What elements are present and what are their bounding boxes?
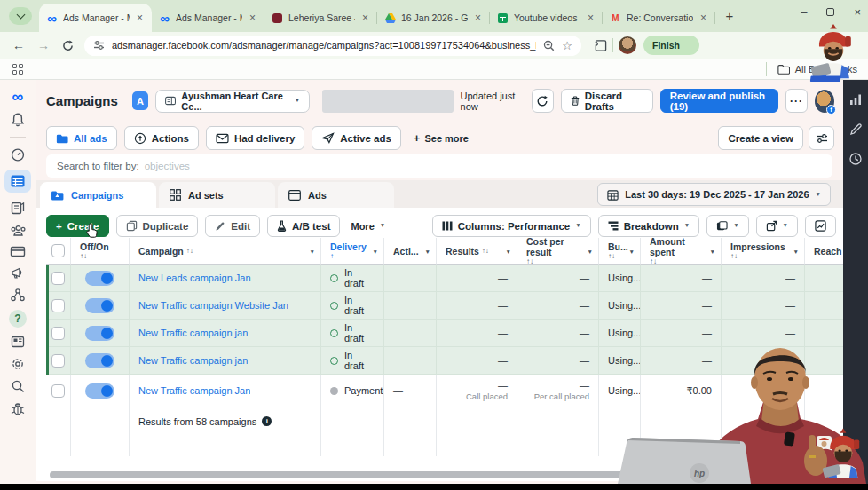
filter-all-ads[interactable]: All ads <box>46 126 117 150</box>
col-amount-spent[interactable]: Amount spent <box>650 238 712 257</box>
col-reach[interactable]: Reach <box>814 246 842 257</box>
browser-tab-ads-manager-1[interactable]: ∞ Ads Manager - Ma × <box>39 4 152 32</box>
edit-pencil-icon[interactable] <box>849 122 863 136</box>
row-checkbox[interactable] <box>51 327 65 340</box>
columns-button[interactable]: Columns: Performance ▼ <box>432 215 591 237</box>
caret-down-icon[interactable]: ▼ <box>373 249 378 255</box>
col-cost-per-result[interactable]: Cost per result <box>526 238 589 257</box>
caret-down-icon[interactable]: ▼ <box>310 249 315 255</box>
browser-tab-ads-manager-2[interactable]: ∞ Ads Manager - Ma × <box>152 4 264 32</box>
row-checkbox[interactable] <box>51 354 65 368</box>
browser-tab-gmail[interactable]: M Re: Conversation w × <box>603 4 715 32</box>
tab-close-icon[interactable]: × <box>248 12 257 23</box>
table-row[interactable]: New Traffic campaign Website Jan In draf… <box>46 292 843 320</box>
row-checkbox[interactable] <box>51 272 65 285</box>
billing-card-icon[interactable] <box>10 245 26 258</box>
ad-account-selector[interactable]: Ayushman Heart Care Ce... ▼ <box>155 90 310 113</box>
table-row[interactable]: New Leads campaign Jan In draft — — Usin… <box>46 265 843 292</box>
review-and-publish-button[interactable]: Review and publish (19) <box>660 89 778 113</box>
user-avatar[interactable]: f <box>815 90 834 113</box>
campaign-name-link[interactable]: New Traffic campaign Website Jan <box>138 300 288 311</box>
col-results[interactable]: Results <box>446 246 479 257</box>
caret-down-icon[interactable]: ▼ <box>425 249 430 255</box>
see-more-button[interactable]: + See more <box>414 131 469 145</box>
profile-finish-chip[interactable]: Finish <box>643 36 699 55</box>
window-close-button[interactable]: × <box>854 5 861 19</box>
address-bar[interactable]: adsmanager.facebook.com/adsmanager/manag… <box>84 36 581 56</box>
window-maximize-button[interactable] <box>826 8 834 16</box>
extensions-icon[interactable] <box>594 39 607 52</box>
filter-had-delivery[interactable]: Had delivery <box>206 126 304 150</box>
forward-icon[interactable]: → <box>37 38 50 52</box>
advertise-megaphone-icon[interactable] <box>10 265 26 281</box>
col-campaign[interactable]: Campaign <box>138 246 184 257</box>
row-checkbox[interactable] <box>51 299 65 312</box>
caret-down-icon[interactable]: ▼ <box>710 249 715 255</box>
campaign-toggle[interactable] <box>85 326 114 341</box>
campaign-toggle[interactable] <box>85 271 114 286</box>
audiences-icon[interactable] <box>10 223 27 238</box>
notifications-bell-icon[interactable] <box>10 112 26 128</box>
ads-reporting-icon[interactable] <box>10 200 26 216</box>
events-manager-icon[interactable] <box>10 288 26 303</box>
bookmark-star-icon[interactable]: ☆ <box>562 39 572 52</box>
tab-close-icon[interactable]: × <box>586 12 596 23</box>
ab-test-button[interactable]: A/B test <box>267 215 340 237</box>
account-overview-gauge-icon[interactable] <box>10 146 26 162</box>
col-impressions[interactable]: Impressions <box>730 241 785 252</box>
settings-gear-icon[interactable] <box>10 356 26 372</box>
tab-ad-sets[interactable]: Ad sets <box>159 182 275 208</box>
insights-chart-icon[interactable] <box>848 92 863 107</box>
tab-campaigns[interactable]: Campaigns <box>40 182 156 208</box>
refresh-button[interactable] <box>532 89 554 113</box>
col-off-on[interactable]: Off/On <box>80 241 109 252</box>
more-menu-button[interactable]: More ▼ <box>347 221 389 232</box>
col-budget[interactable]: Bu... <box>608 241 628 252</box>
export-button[interactable]: ▼ <box>756 215 798 237</box>
breakdown-button[interactable]: Breakdown ▼ <box>598 215 699 237</box>
tab-close-icon[interactable]: × <box>698 12 708 23</box>
campaign-name-link[interactable]: New Leads campaign Jan <box>138 273 251 283</box>
col-actions[interactable]: Acti... <box>393 246 419 257</box>
browser-profile-avatar[interactable] <box>619 36 636 54</box>
apps-grid-icon[interactable] <box>12 64 23 75</box>
campaign-toggle[interactable] <box>85 298 114 313</box>
col-delivery[interactable]: Delivery <box>330 241 367 252</box>
edit-button[interactable]: Edit <box>205 215 260 237</box>
filter-actions[interactable]: Actions <box>124 126 199 150</box>
more-options-button[interactable]: ··· <box>785 89 808 113</box>
browser-tab-drive[interactable]: 16 Jan 2026 - Goo × <box>377 4 490 32</box>
campaign-toggle[interactable] <box>85 383 114 399</box>
tab-close-icon[interactable]: × <box>135 12 145 23</box>
browser-tab-sheets[interactable]: Youtube videos co × <box>490 4 603 32</box>
window-minimize-button[interactable]: – <box>801 5 807 19</box>
chart-view-button[interactable] <box>805 215 836 237</box>
view-settings-button[interactable] <box>809 126 834 150</box>
report-bug-icon[interactable] <box>10 401 26 416</box>
create-a-view-button[interactable]: Create a view <box>718 126 803 150</box>
reports-button[interactable]: ▼ <box>706 215 748 237</box>
row-checkbox[interactable] <box>51 384 65 398</box>
account-badge[interactable]: A <box>132 91 148 110</box>
caret-down-icon[interactable]: ▼ <box>588 249 593 255</box>
duplicate-button[interactable]: Duplicate <box>116 215 199 237</box>
caret-down-icon[interactable]: ▼ <box>506 249 511 255</box>
campaign-toggle[interactable] <box>85 353 114 368</box>
select-all-checkbox[interactable] <box>51 244 65 257</box>
news-page-icon[interactable] <box>10 335 26 349</box>
campaign-name-link[interactable]: New Traffic campaign jan <box>138 355 248 366</box>
tab-search-button[interactable] <box>9 7 32 25</box>
campaigns-nav-selected[interactable] <box>4 170 31 193</box>
browser-tab-leheriya[interactable]: Leheriya Saree – If × <box>264 4 377 32</box>
reload-icon[interactable] <box>62 40 74 51</box>
meta-logo-icon[interactable]: ∞ <box>12 89 24 105</box>
help-icon[interactable]: ? <box>9 310 27 328</box>
date-range-selector[interactable]: Last 30 days: 19 Dec 2025 - 17 Jan 2026 … <box>597 183 831 206</box>
history-clock-icon[interactable] <box>848 152 863 166</box>
new-tab-button[interactable]: + <box>721 8 738 23</box>
campaign-name-link[interactable]: New Traffic campaign jan <box>138 328 248 338</box>
caret-down-icon[interactable]: ▼ <box>629 249 635 255</box>
info-icon[interactable]: i <box>262 416 272 426</box>
tab-close-icon[interactable]: × <box>360 12 370 23</box>
search-icon[interactable] <box>11 379 26 394</box>
